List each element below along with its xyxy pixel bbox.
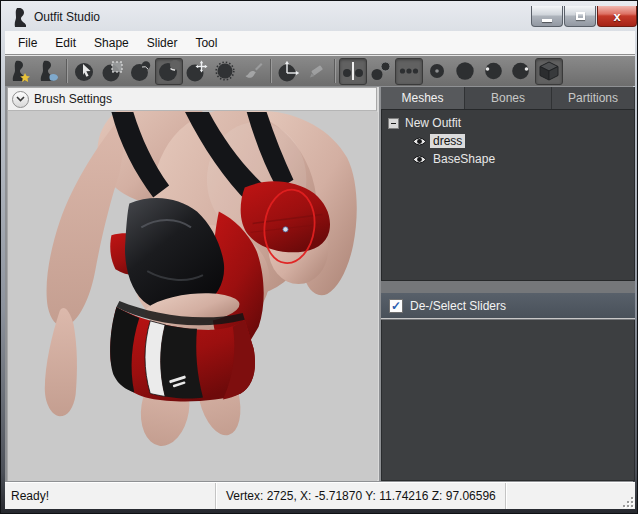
status-ready: Ready!	[5, 483, 216, 509]
resize-grip[interactable]	[621, 495, 633, 507]
load-project-button[interactable]	[35, 58, 63, 85]
toolbar-separator	[270, 59, 272, 83]
status-vertex-info: Vertex: 2725, X: -5.71870 Y: 11.74216 Z:…	[216, 483, 506, 509]
tree-root-row[interactable]: New Outfit	[382, 114, 634, 132]
visibility-eye-icon[interactable]	[412, 136, 427, 147]
tree-root-label: New Outfit	[405, 116, 461, 130]
chevron-down-icon	[16, 96, 25, 102]
weight-brush-icon	[242, 60, 264, 82]
menu-tool[interactable]: Tool	[186, 33, 226, 53]
brush-option-4-icon	[510, 60, 532, 82]
brush-hit-point	[283, 227, 288, 232]
tree-item-dress-label[interactable]: dress	[430, 134, 465, 148]
brush-option-1-button[interactable]	[423, 58, 451, 85]
brush-option-3-button[interactable]	[479, 58, 507, 85]
edit-pen-icon	[306, 60, 328, 82]
mask-brush-icon	[102, 60, 124, 82]
sliders-list[interactable]	[381, 320, 635, 481]
menu-file[interactable]: File	[9, 33, 46, 53]
maximize-icon	[576, 12, 585, 20]
tree-item-dress[interactable]: dress	[382, 132, 634, 150]
tab-meshes[interactable]: Meshes	[381, 87, 465, 109]
transform-tool-button[interactable]	[275, 58, 303, 85]
tree-item-baseshape-label: BaseShape	[430, 152, 498, 166]
title-bar[interactable]: Outfit Studio x	[2, 2, 636, 31]
deflate-brush-button[interactable]	[155, 58, 183, 85]
window-title: Outfit Studio	[34, 10, 100, 24]
new-project-button[interactable]	[7, 58, 35, 85]
smooth-brush-button[interactable]	[211, 58, 239, 85]
collapse-icon[interactable]	[388, 118, 399, 129]
brush-settings-label: Brush Settings	[34, 92, 112, 106]
smooth-brush-icon	[214, 60, 236, 82]
deflate-brush-icon	[158, 60, 180, 82]
global-brush-button[interactable]	[395, 58, 423, 85]
brush-option-4-button[interactable]	[507, 58, 535, 85]
app-window: Outfit Studio x File Edit Shape Slider T…	[0, 0, 638, 514]
global-brush-icon	[398, 60, 420, 82]
minimize-button[interactable]	[531, 6, 563, 27]
inflate-brush-icon	[130, 60, 152, 82]
x-mirror-icon	[342, 60, 364, 82]
brush-option-2-icon	[454, 60, 476, 82]
close-button[interactable]: x	[597, 6, 637, 27]
model-render	[8, 111, 378, 481]
sliders-header: ✓ De-/Select Sliders	[381, 293, 635, 319]
status-bar: Ready! Vertex: 2725, X: -5.71870 Y: 11.7…	[5, 482, 635, 509]
brush-settings-expand-button[interactable]	[12, 91, 29, 108]
show-textures-cube-icon	[538, 60, 560, 82]
inflate-brush-button[interactable]	[127, 58, 155, 85]
viewport-3d[interactable]	[7, 111, 377, 481]
mask-brush-button[interactable]	[99, 58, 127, 85]
new-project-icon	[10, 60, 32, 82]
app-logo-icon	[12, 8, 28, 27]
panel-tabs: Meshes Bones Partitions	[381, 87, 635, 109]
minimize-icon	[542, 19, 552, 22]
menu-bar: File Edit Shape Slider Tool	[5, 31, 635, 55]
tab-bones[interactable]: Bones	[465, 87, 552, 109]
edit-pen-button[interactable]	[303, 58, 331, 85]
select-sliders-checkbox[interactable]: ✓	[389, 299, 403, 313]
toolbar-separator	[334, 59, 336, 83]
move-brush-button[interactable]	[183, 58, 211, 85]
toolbar	[5, 55, 635, 86]
select-brush-button[interactable]	[71, 58, 99, 85]
sliders-header-label: De-/Select Sliders	[410, 299, 506, 313]
viewport-area: Brush Settings	[7, 87, 379, 481]
brush-option-3-icon	[482, 60, 504, 82]
weight-brush-button[interactable]	[239, 58, 267, 85]
move-brush-icon	[186, 60, 208, 82]
close-icon: x	[613, 9, 620, 24]
checkbox-check-icon: ✓	[391, 299, 401, 313]
tree-item-baseshape[interactable]: BaseShape	[382, 150, 634, 168]
menu-slider[interactable]: Slider	[138, 33, 187, 53]
visibility-eye-icon[interactable]	[412, 154, 427, 165]
toolbar-separator	[66, 59, 68, 83]
tab-partitions[interactable]: Partitions	[552, 87, 635, 109]
transform-tool-icon	[278, 60, 300, 82]
connected-only-button[interactable]	[367, 58, 395, 85]
maximize-button[interactable]	[564, 6, 596, 27]
right-panel: Meshes Bones Partitions New Outfit dress	[381, 87, 635, 481]
show-textures-button[interactable]	[535, 58, 563, 85]
menu-shape[interactable]: Shape	[85, 33, 138, 53]
brush-settings-header[interactable]: Brush Settings	[7, 87, 377, 111]
connected-only-icon	[370, 60, 392, 82]
x-mirror-button[interactable]	[339, 58, 367, 85]
meshes-tree: New Outfit dress BaseShape	[381, 109, 635, 281]
brush-option-2-button[interactable]	[451, 58, 479, 85]
load-project-icon	[38, 60, 60, 82]
window-content: File Edit Shape Slider Tool	[5, 31, 633, 507]
select-brush-icon	[74, 60, 96, 82]
menu-edit[interactable]: Edit	[46, 33, 85, 53]
status-extra	[506, 483, 635, 509]
brush-option-1-icon	[426, 60, 448, 82]
